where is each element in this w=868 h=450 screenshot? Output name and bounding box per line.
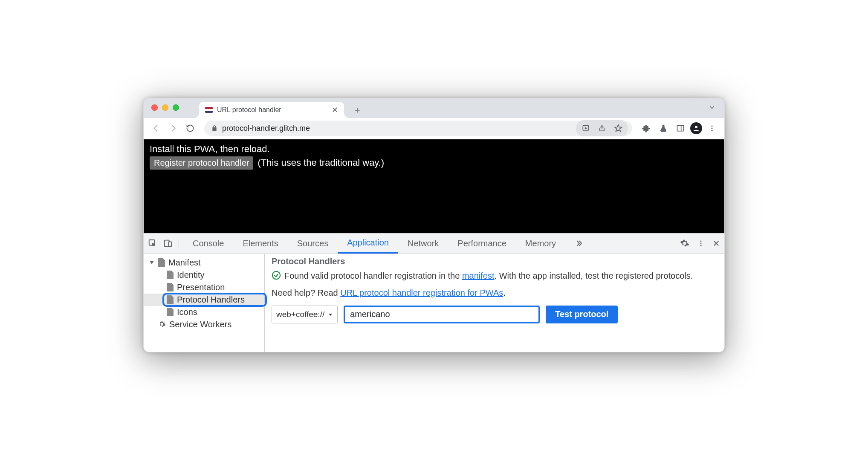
devtools-main-panel: Protocol Handlers Found valid protocol h… (265, 254, 724, 352)
tab-favicon (205, 107, 213, 113)
svg-point-12 (700, 240, 702, 242)
devtools-sidebar: Manifest Identity Presentation Protocol … (144, 254, 265, 352)
devtools-settings-button[interactable] (680, 239, 689, 248)
test-protocol-button[interactable]: Test protocol (546, 306, 618, 323)
devtools-tab-memory[interactable]: Memory (516, 234, 565, 254)
sidebar-item-identity[interactable]: Identity (144, 269, 264, 281)
svg-marker-2 (615, 125, 622, 132)
chevron-down-icon (328, 312, 333, 317)
file-icon (167, 308, 174, 316)
browser-window: URL protocol handler ✕ ＋ protocol-handle… (143, 98, 725, 352)
protocol-select-value: web+coffee:// (276, 310, 324, 319)
minimize-window-button[interactable] (162, 104, 168, 111)
sidebar-item-presentation[interactable]: Presentation (144, 281, 264, 294)
devtools-tab-application[interactable]: Application (338, 234, 398, 254)
devtools-tab-elements[interactable]: Elements (233, 234, 287, 254)
inspect-element-button[interactable] (148, 239, 157, 248)
lock-icon (211, 124, 218, 132)
sidebar-item-service-workers[interactable]: Service Workers (144, 318, 264, 331)
address-bar[interactable]: protocol-handler.glitch.me (204, 121, 632, 136)
page-hint-text: (This uses the traditional way.) (258, 157, 384, 168)
forward-button[interactable] (166, 121, 180, 136)
tabs-overflow-button[interactable] (708, 104, 716, 111)
protocol-path-input[interactable] (344, 306, 540, 323)
svg-point-14 (700, 245, 702, 246)
bookmark-button[interactable] (611, 121, 625, 136)
extensions-button[interactable] (639, 121, 654, 136)
devtools-tab-network[interactable]: Network (398, 234, 448, 254)
svg-point-5 (695, 126, 697, 128)
url-text: protocol-handler.glitch.me (222, 124, 310, 133)
reload-button[interactable] (183, 121, 197, 136)
install-pwa-button[interactable] (579, 121, 593, 136)
text: Need help? Read (272, 288, 340, 297)
file-icon (167, 283, 174, 291)
file-icon (158, 258, 165, 267)
panel-status-text: Found valid protocol handler registratio… (284, 270, 693, 282)
devtools-tab-sources[interactable]: Sources (288, 234, 338, 254)
text: . (503, 288, 506, 297)
devtools-menu-button[interactable] (697, 239, 705, 247)
new-tab-button[interactable]: ＋ (350, 103, 365, 117)
sidebar-item-label: Icons (177, 307, 197, 317)
devtools-tab-performance[interactable]: Performance (448, 234, 516, 254)
svg-point-7 (712, 128, 713, 129)
labs-button[interactable] (656, 121, 671, 136)
close-window-button[interactable] (151, 104, 158, 111)
devtools-tab-console[interactable]: Console (183, 234, 233, 254)
svg-rect-11 (168, 242, 171, 246)
sidebar-item-label: Manifest (168, 258, 201, 268)
devtools-more-tabs-button[interactable] (565, 234, 593, 254)
svg-marker-18 (329, 314, 332, 316)
tab-strip: URL protocol handler ✕ ＋ (144, 98, 724, 118)
help-link[interactable]: URL protocol handler registration for PW… (340, 288, 503, 297)
svg-point-6 (712, 125, 713, 127)
sidebar-item-manifest[interactable]: Manifest (144, 257, 264, 269)
window-controls (151, 104, 179, 111)
side-panel-button[interactable] (673, 121, 688, 136)
chrome-menu-button[interactable] (705, 121, 719, 136)
text: . With the app installed, test the regis… (495, 271, 693, 280)
register-protocol-handler-button[interactable]: Register protocol handler (150, 156, 253, 170)
profile-button[interactable] (690, 122, 702, 134)
share-button[interactable] (595, 121, 609, 136)
caret-down-icon (150, 261, 154, 264)
check-circle-icon (272, 271, 281, 280)
sidebar-item-icons[interactable]: Icons (144, 306, 264, 318)
svg-point-17 (272, 271, 280, 279)
sidebar-item-label: Presentation (177, 283, 225, 292)
page-instruction-text: Install this PWA, then reload. (150, 144, 718, 155)
page-content: Install this PWA, then reload. Register … (144, 139, 724, 233)
manifest-link[interactable]: manifest (462, 271, 495, 280)
sidebar-item-label: Service Workers (169, 320, 231, 329)
gear-icon (158, 320, 166, 328)
panel-heading: Protocol Handlers (272, 257, 718, 266)
close-tab-button[interactable]: ✕ (330, 105, 340, 115)
text: Found valid protocol handler registratio… (284, 271, 462, 280)
devtools-tabbar: Console Elements Sources Application Net… (144, 234, 724, 254)
browser-tab[interactable]: URL protocol handler ✕ (199, 102, 344, 118)
address-bar-actions (576, 120, 628, 136)
devtools-close-button[interactable] (712, 239, 720, 247)
protocol-select[interactable]: web+coffee:// (272, 306, 338, 323)
file-icon (167, 271, 174, 279)
devtools-panel: Console Elements Sources Application Net… (144, 233, 724, 352)
sidebar-item-label: Protocol Handlers (177, 295, 245, 305)
svg-point-13 (700, 243, 702, 244)
sidebar-item-protocol-handlers[interactable]: Protocol Handlers (144, 294, 264, 306)
device-toolbar-button[interactable] (163, 239, 173, 248)
browser-toolbar: protocol-handler.glitch.me (144, 118, 724, 139)
sidebar-item-label: Identity (177, 270, 204, 280)
maximize-window-button[interactable] (173, 104, 179, 111)
svg-rect-3 (677, 125, 684, 131)
tab-title: URL protocol handler (217, 106, 326, 114)
svg-point-8 (712, 130, 713, 131)
panel-help-text: Need help? Read URL protocol handler reg… (272, 288, 718, 298)
file-icon (167, 295, 174, 304)
back-button[interactable] (149, 121, 163, 136)
